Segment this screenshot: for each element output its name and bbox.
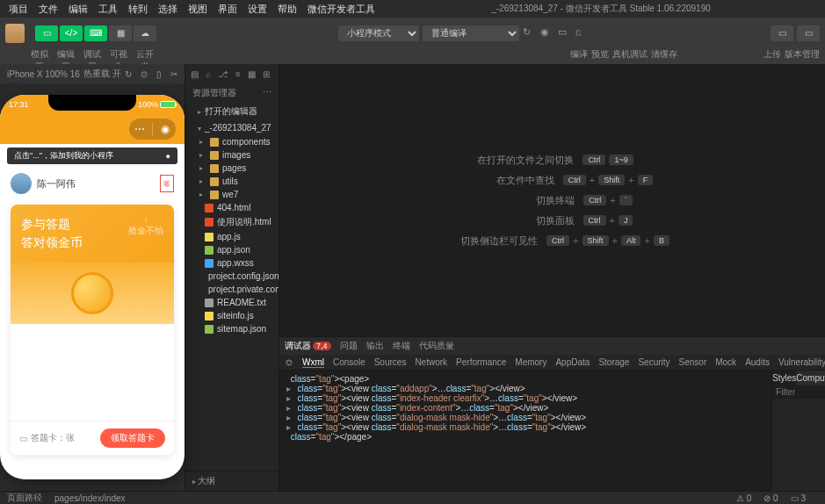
scene-value[interactable]: ▭ 3: [791, 493, 806, 503]
page-path-label[interactable]: 页面路径: [7, 492, 42, 504]
panel-tab-Vulnerability[interactable]: Vulnerability: [778, 357, 825, 367]
menu-编辑[interactable]: 编辑: [63, 1, 93, 18]
home-icon[interactable]: ⊙: [141, 69, 148, 79]
device-select[interactable]: iPhone X 100% 16: [7, 69, 80, 79]
capsule-close-icon[interactable]: ◉: [158, 123, 172, 135]
panel-tab-Sources[interactable]: Sources: [374, 357, 407, 367]
menu-项目[interactable]: 项目: [4, 1, 33, 18]
user-avatar[interactable]: [5, 24, 25, 43]
file-app.js[interactable]: app.js: [185, 230, 279, 243]
menu-设置[interactable]: 设置: [242, 1, 272, 18]
branch-icon[interactable]: ⎇: [218, 69, 228, 79]
grid-icon[interactable]: ▦: [248, 69, 256, 79]
debugger-toggle[interactable]: ⌨: [84, 25, 107, 41]
hot-reload-label[interactable]: 热重载 开: [83, 68, 121, 80]
refresh-icon[interactable]: ↻: [125, 69, 132, 79]
status-bar: 页面路径 pages/index/index ⚠ 0 ⊘ 0 ▭ 3: [0, 491, 825, 504]
styles-tab[interactable]: Styles: [772, 371, 796, 385]
menu-选择[interactable]: 选择: [153, 1, 183, 18]
compile-icon[interactable]: ↻: [523, 26, 537, 40]
bookmark-icon[interactable]: 签: [160, 175, 174, 192]
panel-tab-AppData[interactable]: AppData: [555, 357, 590, 367]
rotate-icon[interactable]: ▯: [156, 69, 162, 79]
project-section[interactable]: _-269213084_27: [185, 120, 279, 135]
file-project.config.json[interactable]: project.config.json: [185, 270, 279, 283]
capsule-menu-icon[interactable]: ⋯: [133, 123, 147, 135]
folder-utils[interactable]: ▸utils: [185, 175, 279, 188]
clear-cache-icon[interactable]: ⎌: [575, 26, 590, 40]
search-icon[interactable]: ⌕: [206, 69, 211, 79]
explorer-more-icon[interactable]: ⋯: [263, 87, 271, 99]
devtab-代码质量[interactable]: 代码质量: [419, 340, 454, 352]
upload-button[interactable]: ▭: [771, 25, 793, 41]
devtab-终端[interactable]: 终端: [393, 340, 410, 352]
file-README.txt[interactable]: README.txt: [185, 296, 279, 309]
menu-视图[interactable]: 视图: [183, 1, 213, 18]
cut-icon[interactable]: ✂: [170, 69, 177, 79]
list-icon[interactable]: ≡: [235, 69, 241, 79]
version-button[interactable]: ▭: [797, 25, 820, 41]
wxml-tree[interactable]: class="tag"><page>▸ class="tag"><view cl…: [279, 371, 771, 491]
panel-tab-Security[interactable]: Security: [638, 357, 669, 367]
error-count[interactable]: ⊘ 0: [763, 493, 778, 503]
menu-帮助[interactable]: 帮助: [272, 1, 302, 18]
key-Ctrl: Ctrl: [546, 235, 569, 246]
computed-tab[interactable]: Computed: [796, 371, 825, 385]
add-tip-banner[interactable]: 点击"..."，添加到我的小程序 ●: [7, 148, 177, 164]
folder-we7[interactable]: ▸we7: [185, 188, 279, 201]
menu-微信开发者工具[interactable]: 微信开发者工具: [302, 1, 380, 18]
menu-工具[interactable]: 工具: [93, 1, 123, 18]
editor-panel: 在打开的文件之间切换Ctrl1~9在文件中查找Ctrl+Shift+F切换终端C…: [279, 64, 825, 491]
panel-tab-Console[interactable]: Console: [333, 357, 365, 367]
page-path-value[interactable]: pages/index/index: [54, 493, 126, 503]
capsule-button[interactable]: ⋯ ◉: [129, 119, 176, 140]
window-title: _-269213084_27 - 微信开发者工具 Stable 1.06.220…: [380, 3, 821, 15]
panel-tab-Mock[interactable]: Mock: [715, 357, 736, 367]
styles-filter-input[interactable]: [772, 385, 825, 399]
get-ticket-button[interactable]: 领取答题卡: [100, 428, 165, 448]
devtab-调试器[interactable]: 调试器7,4: [285, 340, 331, 352]
menu-文件[interactable]: 文件: [33, 1, 63, 18]
menu-界面[interactable]: 界面: [213, 1, 242, 18]
folder-images[interactable]: ▸images: [185, 148, 279, 162]
menu-转到[interactable]: 转到: [123, 1, 153, 18]
file-siteinfo.js[interactable]: siteinfo.js: [185, 309, 279, 322]
outline-section[interactable]: 大纲: [198, 476, 215, 486]
cloud-toggle[interactable]: ☁: [134, 25, 156, 41]
inspect-icon[interactable]: ⯐: [285, 357, 293, 367]
editor-toggle[interactable]: </>: [60, 25, 83, 41]
folder-pages[interactable]: ▸pages: [185, 162, 279, 175]
panel-tab-Audits[interactable]: Audits: [745, 357, 770, 367]
panel-tab-Memory[interactable]: Memory: [515, 357, 546, 367]
mode-select[interactable]: 小程序模式: [338, 25, 419, 41]
open-editors-section[interactable]: 打开的编辑器: [185, 103, 279, 120]
file-sitemap.json[interactable]: sitemap.json: [185, 322, 279, 335]
file-app.json[interactable]: app.json: [185, 243, 279, 256]
panel-tab-Storage[interactable]: Storage: [598, 357, 629, 367]
preview-icon[interactable]: ◉: [540, 26, 554, 40]
panel-tab-Performance[interactable]: Performance: [456, 357, 506, 367]
panel-tab-Wxml[interactable]: Wxml: [302, 357, 324, 368]
key-Ctrl: Ctrl: [583, 155, 605, 165]
coin-icon[interactable]: [71, 272, 113, 314]
panel-tab-Sensor[interactable]: Sensor: [679, 357, 707, 367]
devtab-问题[interactable]: 问题: [340, 340, 358, 352]
devtab-输出[interactable]: 输出: [366, 340, 384, 352]
file-使用说明.html[interactable]: 使用说明.html: [185, 214, 279, 230]
file-project.private.config.js...[interactable]: project.private.config.js...: [185, 283, 279, 296]
panel-tab-Network[interactable]: Network: [415, 357, 447, 367]
key-Alt: Alt: [621, 235, 641, 246]
files-icon[interactable]: ▤: [191, 69, 199, 79]
quiz-card[interactable]: 参与答题 答对领金币 ↑ 抢金不怕 ▭ 答题卡：张: [11, 205, 174, 455]
simulator-toggle[interactable]: ▭: [35, 25, 58, 41]
profile-avatar[interactable]: [11, 173, 32, 194]
file-404.html[interactable]: 404.html: [185, 201, 279, 214]
file-app.wxss[interactable]: app.wxss: [185, 256, 279, 270]
folder-components[interactable]: ▸components: [185, 135, 279, 148]
phone-notch: [48, 95, 136, 111]
compile-select[interactable]: 普通编译: [423, 25, 519, 41]
ext-icon[interactable]: ⊞: [263, 69, 270, 79]
remote-debug-icon[interactable]: ▭: [558, 26, 572, 40]
visual-toggle[interactable]: ▦: [109, 25, 132, 41]
warning-count[interactable]: ⚠ 0: [736, 493, 751, 503]
